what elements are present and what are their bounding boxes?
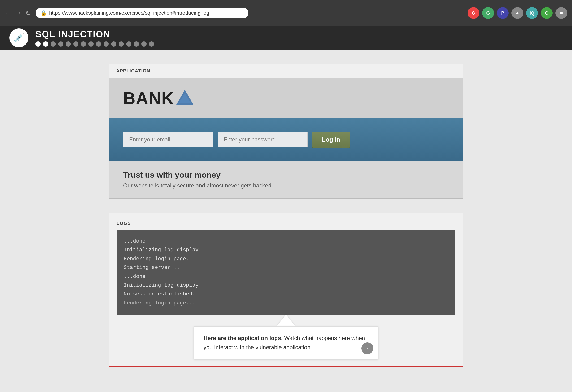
dot-5 <box>66 41 71 46</box>
forward-button[interactable]: → <box>15 9 22 17</box>
logs-label: LOGS <box>116 221 456 226</box>
main-content: APPLICATION BANK Log in Trust us with yo… <box>0 50 572 381</box>
dot-8 <box>88 41 94 46</box>
log-line-8: Rendering login page... <box>124 299 448 307</box>
app-title: SQL INJECTION <box>35 29 154 39</box>
url-text: https://www.hacksplaining.com/exercises/… <box>49 10 209 16</box>
dot-7 <box>81 41 86 46</box>
app-header: 💉 SQL INJECTION <box>0 26 572 50</box>
browser-icon-7: ■ <box>556 7 567 19</box>
address-bar[interactable]: 🔒 https://www.hacksplaining.com/exercise… <box>36 8 248 18</box>
log-line-3: Rendering login page. <box>124 255 448 263</box>
trust-section: Trust us with your money Our website is … <box>109 161 463 198</box>
application-panel: APPLICATION BANK Log in Trust us with yo… <box>109 64 463 199</box>
nav-buttons: ← → ↻ <box>5 9 31 17</box>
panel-header: APPLICATION <box>109 64 463 78</box>
log-line-7: No session established. <box>124 290 448 299</box>
browser-icon-3: P <box>497 7 509 19</box>
trust-title: Trust us with your money <box>123 170 449 180</box>
browser-chrome: ← → ↻ 🔒 https://www.hacksplaining.com/ex… <box>0 0 572 26</box>
dot-4 <box>58 41 63 46</box>
login-button[interactable]: Log in <box>312 132 350 148</box>
back-button[interactable]: ← <box>5 9 11 17</box>
dot-10 <box>104 41 109 46</box>
dot-9 <box>96 41 101 46</box>
log-line-6: Initializing log display. <box>124 281 448 290</box>
dot-1 <box>35 41 41 46</box>
dot-16 <box>149 41 154 46</box>
dot-3 <box>51 41 56 46</box>
tooltip-bold-text: Here are the application logs. <box>204 335 283 341</box>
progress-dots <box>35 41 154 46</box>
email-input[interactable] <box>123 132 213 147</box>
panel-label: APPLICATION <box>116 68 150 74</box>
dot-6 <box>73 41 79 46</box>
dot-13 <box>126 41 131 46</box>
dot-2 <box>43 41 48 46</box>
dot-12 <box>119 41 124 46</box>
logo-circle: 💉 <box>9 28 28 47</box>
tooltip-box: Here are the application logs. Watch wha… <box>194 326 378 359</box>
bank-header-area: BANK <box>109 78 463 118</box>
log-line-1: ...done. <box>124 237 448 246</box>
browser-toolbar-icons: 8 G P ● IQ G ■ <box>468 7 567 19</box>
dot-11 <box>111 41 116 46</box>
browser-icon-5: IQ <box>526 7 538 19</box>
log-line-5: ...done. <box>124 272 448 281</box>
bank-title: BANK <box>123 89 174 108</box>
log-line-2: Initializing log display. <box>124 246 448 254</box>
browser-icon-1: 8 <box>468 7 479 19</box>
logs-terminal: ...done. Initializing log display. Rende… <box>116 230 456 315</box>
dot-15 <box>141 41 146 46</box>
logs-panel: LOGS ...done. Initializing log display. … <box>109 213 463 367</box>
syringe-icon: 💉 <box>14 33 24 43</box>
browser-icon-4: ● <box>511 7 523 19</box>
bank-logo-icon <box>174 88 195 109</box>
refresh-button[interactable]: ↻ <box>26 9 31 17</box>
trust-text: Our website is totally secure and almost… <box>123 182 449 189</box>
tooltip-container: Here are the application logs. Watch wha… <box>116 315 456 359</box>
browser-icon-6: G <box>541 7 553 19</box>
login-bar: Log in <box>109 118 463 161</box>
dot-14 <box>134 41 139 46</box>
password-input[interactable] <box>218 132 307 147</box>
header-content: SQL INJECTION <box>35 29 154 46</box>
lock-icon: 🔒 <box>40 10 47 16</box>
tooltip-next-button[interactable]: › <box>361 342 373 354</box>
tooltip-arrow <box>277 315 295 326</box>
log-line-4: Starting server... <box>124 263 448 272</box>
browser-icon-2: G <box>482 7 494 19</box>
